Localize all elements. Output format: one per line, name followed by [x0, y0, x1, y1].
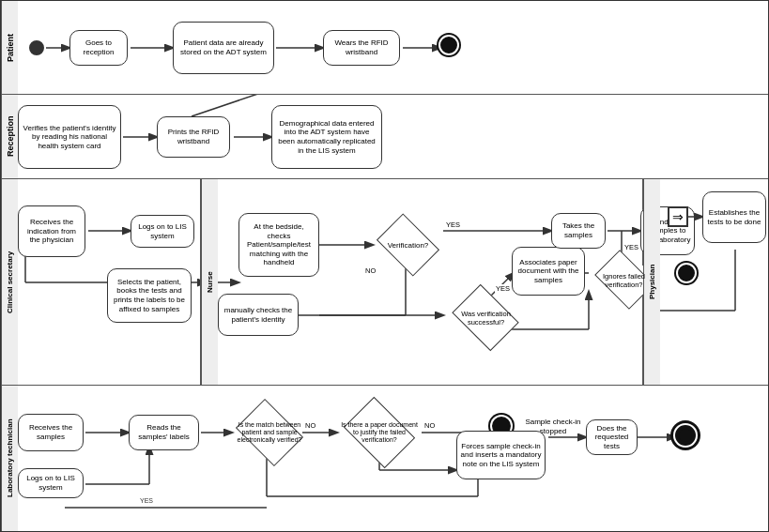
demographical-data: Demographical data entered into the ADT …	[271, 105, 382, 169]
paper-document-diamond: Is there a paper document to justify the…	[337, 404, 422, 461]
at-bedside: At the bedside, checks Patient/sample/te…	[238, 213, 319, 277]
selects-patient: Selects the patient, books the tests and…	[107, 268, 192, 323]
yes-label-verif: YES	[445, 220, 461, 229]
svg-text:YES: YES	[140, 497, 153, 504]
receives-samples: Receives the samples	[18, 414, 84, 451]
clinical-secretary-label: Clinical secretary	[1, 179, 18, 385]
clinical-secretary-content: Receives the indication from the physici…	[18, 179, 201, 385]
patient-data: Patient data are already stored on the A…	[173, 22, 274, 74]
was-verification-diamond: Was verification successful?	[446, 292, 526, 343]
forces-checkin: Forces sample check-in and inserts a man…	[456, 431, 546, 479]
lab-content: YES NO SI NO YES Receives the samples Lo…	[18, 386, 768, 531]
physician-content: ⇒ Establishes the tests to be done	[660, 179, 768, 385]
logs-on-lis-lab: Logs on to LIS system	[18, 468, 84, 498]
reception-arrows	[18, 95, 768, 178]
lab-end	[675, 425, 696, 446]
logs-on-lis-cs: Logs on to LIS system	[131, 215, 194, 248]
middle-content: Clinical secretary Receives the indicati…	[1, 179, 768, 385]
takes-samples: Takes the samples	[551, 213, 606, 249]
verification-diamond: Verification?	[373, 220, 443, 271]
reception-label: Reception	[1, 95, 18, 178]
nurse-content: YES NO YES NO YES NO At the bedside, che…	[218, 179, 643, 385]
is-match-diamond: Is the match between patient and sample …	[232, 404, 307, 461]
nurse-label: Nurse	[201, 179, 218, 385]
verifies-identity: Verifies the patient's identity by readi…	[18, 105, 121, 169]
patient-start	[29, 40, 44, 55]
lab-swimlane: Laboratory technician	[1, 386, 768, 531]
prints-rfid: Prints the RFID wristband	[157, 116, 230, 158]
does-tests: Does the requested tests	[586, 419, 638, 455]
reception-content: Verifies the patient's identity by readi…	[18, 95, 768, 178]
diagram-container: Patient	[0, 0, 769, 532]
reception-cross-arrows	[18, 95, 768, 178]
manual-check: manually checks the patient's identity	[218, 294, 299, 336]
lab-no2: NO	[423, 421, 436, 430]
reads-labels: Reads the samples' labels	[129, 415, 199, 450]
associates-paper: Associates paper document with the sampl…	[512, 247, 585, 296]
patient-end	[440, 37, 457, 53]
wears-rfid: Wears the RFID wristband	[323, 30, 400, 66]
patient-content: Goes to reception Patient data are alrea…	[18, 1, 768, 94]
middle-swimlane: Clinical secretary Receives the indicati…	[1, 179, 768, 386]
lab-label: Laboratory technician	[1, 386, 18, 531]
physician-gateway: ⇒	[668, 206, 688, 227]
reception-swimlane: Reception Verifies the patient's identit…	[1, 95, 768, 179]
establishes-tests: Establishes the tests to be done	[702, 191, 766, 243]
goes-to-reception: Goes to reception	[69, 30, 128, 66]
receives-indication: Receives the indication from the physici…	[18, 205, 85, 257]
patient-swimlane: Patient	[1, 1, 768, 95]
patient-label: Patient	[1, 1, 18, 94]
yes-label-ignores: YES	[623, 243, 639, 251]
